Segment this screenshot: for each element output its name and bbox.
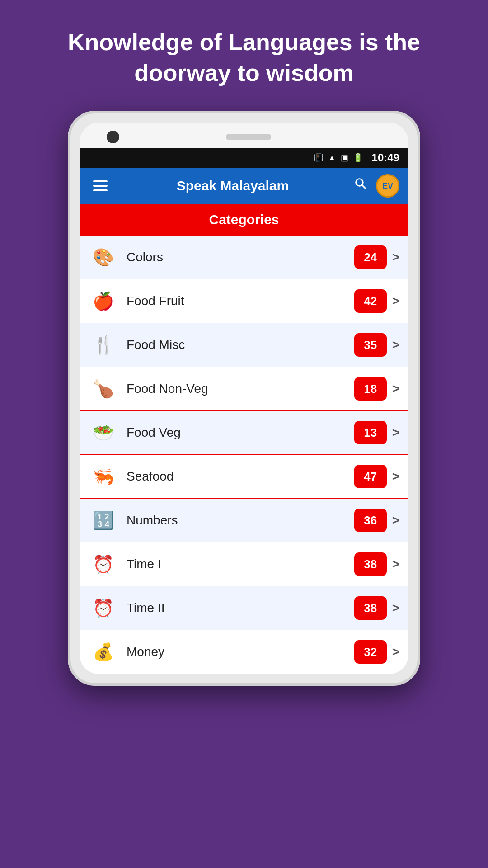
category-arrow-seafood: > [392,469,399,484]
category-count-numbers: 36 [354,509,387,532]
category-icon-colors: 🎨 [89,243,117,272]
category-count-seafood: 47 [354,465,387,488]
category-icon-money: 💰 [89,637,117,666]
category-count-time-ii: 38 [354,596,387,620]
category-arrow-time-ii: > [392,601,399,615]
signal-icon: ▣ [341,153,348,163]
app-bar-actions: EV [353,174,399,198]
app-title: Speak Malayalam [121,178,344,193]
category-item-seafood[interactable]: 🦐 Seafood 47 > [80,455,408,499]
category-item-food-non-veg[interactable]: 🍗 Food Non-Veg 18 > [80,367,408,411]
category-item-food-veg[interactable]: 🥗 Food Veg 13 > [80,411,408,455]
category-count-food-fruit: 42 [354,289,387,313]
category-count-food-veg: 13 [354,421,387,444]
category-icon-food-non-veg: 🍗 [89,374,117,403]
category-name-food-misc: Food Misc [127,338,354,352]
header-quote: Knowledge of Languages is the doorway to… [0,0,488,111]
phone-frame: 📳 ▲ ▣ 🔋 10:49 Speak Malayalam [68,111,420,686]
category-icon-time-ii: ⏰ [89,594,117,623]
category-arrow-food-misc: > [392,338,399,352]
category-arrow-time-i: > [392,557,399,571]
category-arrow-food-non-veg: > [392,382,399,396]
category-count-money: 32 [354,640,387,664]
category-arrow-colors: > [392,250,399,264]
category-name-food-veg: Food Veg [127,425,354,440]
wifi-icon: ▲ [328,153,336,163]
category-list: 🎨 Colors 24 > 🍎 Food Fruit 42 > 🍴 Food M… [80,236,408,674]
category-count-food-misc: 35 [354,333,387,357]
category-name-numbers: Numbers [127,513,354,528]
category-name-time-i: Time I [127,557,354,571]
camera [107,131,119,143]
category-item-time-ii[interactable]: ⏰ Time II 38 > [80,586,408,630]
category-name-food-fruit: Food Fruit [127,294,354,308]
category-icon-numbers: 🔢 [89,506,117,535]
menu-button[interactable] [89,176,112,196]
app-bar: Speak Malayalam EV [80,168,408,204]
category-arrow-numbers: > [392,513,399,528]
search-button[interactable] [353,176,369,195]
category-item-numbers[interactable]: 🔢 Numbers 36 > [80,499,408,542]
category-icon-seafood: 🦐 [89,462,117,491]
category-item-colors[interactable]: 🎨 Colors 24 > [80,236,408,279]
category-icon-food-fruit: 🍎 [89,287,117,316]
category-icon-time-i: ⏰ [89,550,117,579]
category-name-food-non-veg: Food Non-Veg [127,382,354,396]
status-time: 10:49 [372,151,399,164]
category-item-food-fruit[interactable]: 🍎 Food Fruit 42 > [80,279,408,323]
category-count-colors: 24 [354,245,387,269]
category-item-time-i[interactable]: ⏰ Time I 38 > [80,542,408,586]
battery-icon: 🔋 [353,153,363,163]
vibrate-icon: 📳 [314,153,324,163]
category-icon-food-veg: 🥗 [89,418,117,447]
category-item-money[interactable]: 💰 Money 32 > [80,630,408,674]
category-arrow-food-veg: > [392,425,399,440]
category-name-colors: Colors [127,250,354,264]
category-count-time-i: 38 [354,552,387,576]
status-bar: 📳 ▲ ▣ 🔋 10:49 [80,148,408,168]
category-name-money: Money [127,645,354,659]
category-arrow-money: > [392,645,399,659]
category-name-seafood: Seafood [127,469,354,484]
category-arrow-food-fruit: > [392,294,399,308]
ev-badge: EV [376,174,399,198]
category-name-time-ii: Time II [127,601,354,615]
phone-top [80,123,408,148]
category-count-food-non-veg: 18 [354,377,387,401]
speaker [226,134,271,140]
category-icon-food-misc: 🍴 [89,330,117,359]
categories-header: Categories [80,204,408,236]
category-item-food-misc[interactable]: 🍴 Food Misc 35 > [80,323,408,367]
